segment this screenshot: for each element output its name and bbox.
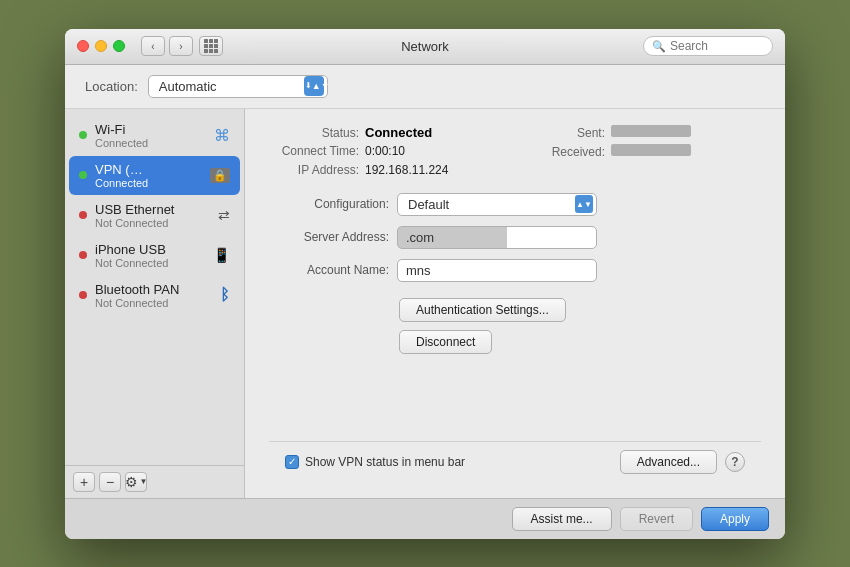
status-value: Connected <box>365 125 432 140</box>
add-network-button[interactable]: + <box>73 472 95 492</box>
server-address-row: Server Address: <box>269 226 761 249</box>
bottom-bar: ✓ Show VPN status in menu bar Advanced..… <box>269 441 761 482</box>
bottom-right: Advanced... ? <box>620 450 745 474</box>
sidebar-item-bluetooth[interactable]: Bluetooth PAN Not Connected ᛒ <box>69 276 240 315</box>
bt-status: Not Connected <box>95 297 214 309</box>
remove-network-button[interactable]: − <box>99 472 121 492</box>
bluetooth-icon: ᛒ <box>220 286 230 304</box>
status-label: Status: <box>269 126 359 140</box>
wifi-icon: ⌘ <box>214 126 230 145</box>
back-button[interactable]: ‹ <box>141 36 165 56</box>
wifi-status: Connected <box>95 137 208 149</box>
sidebar-item-wifi[interactable]: Wi-Fi Connected ⌘ <box>69 116 240 155</box>
gear-icon: ⚙ <box>125 474 138 490</box>
account-name-row: Account Name: <box>269 259 761 282</box>
sidebar-item-iphone-usb[interactable]: iPhone USB Not Connected 📱 <box>69 236 240 275</box>
location-select-wrap: Automatic ▲▼ <box>148 75 328 98</box>
bt-name: Bluetooth PAN <box>95 282 214 297</box>
config-form: Configuration: Default ▲▼ Server Address… <box>269 193 761 282</box>
vpn-status: Connected <box>95 177 204 189</box>
iphone-usb-text: iPhone USB Not Connected <box>95 242 207 269</box>
show-vpn-label: Show VPN status in menu bar <box>305 455 465 469</box>
auth-settings-button[interactable]: Authentication Settings... <box>399 298 566 322</box>
maximize-button[interactable] <box>113 40 125 52</box>
received-label: Received: <box>515 145 605 159</box>
gear-dropdown-arrow: ▼ <box>140 477 148 486</box>
iphone-usb-name: iPhone USB <box>95 242 207 257</box>
usb-ethernet-status: Not Connected <box>95 217 212 229</box>
network-window: ‹ › Network 🔍 Location: Automatic <box>65 29 785 539</box>
apply-button[interactable]: Apply <box>701 507 769 531</box>
sent-value <box>611 125 691 137</box>
assist-me-button[interactable]: Assist me... <box>512 507 612 531</box>
disconnect-button[interactable]: Disconnect <box>399 330 492 354</box>
search-box[interactable]: 🔍 <box>643 36 773 56</box>
titlebar: ‹ › Network 🔍 <box>65 29 785 65</box>
body: Wi-Fi Connected ⌘ VPN (… Connected 🔒 <box>65 109 785 498</box>
bt-indicator <box>79 291 87 299</box>
window-title: Network <box>401 39 449 54</box>
iphone-icon: 📱 <box>213 247 230 263</box>
wifi-name: Wi-Fi <box>95 122 208 137</box>
status-row: Status: Connected <box>269 125 515 140</box>
received-row: Received: <box>515 144 761 159</box>
iphone-usb-status: Not Connected <box>95 257 207 269</box>
account-name-input[interactable] <box>397 259 597 282</box>
usb-ethernet-text: USB Ethernet Not Connected <box>95 202 212 229</box>
usb-ethernet-name: USB Ethernet <box>95 202 212 217</box>
detail-info: Status: Connected Sent: Connect Time: 0:… <box>269 125 761 177</box>
ip-address-row: IP Address: 192.168.11.224 <box>269 163 515 177</box>
server-address-label: Server Address: <box>269 230 389 244</box>
location-select[interactable]: Automatic <box>148 75 328 98</box>
config-select-wrap: Default ▲▼ <box>397 193 597 216</box>
close-button[interactable] <box>77 40 89 52</box>
vpn-text: VPN (… Connected <box>95 162 204 189</box>
received-value <box>611 144 691 156</box>
grid-button[interactable] <box>199 36 223 56</box>
config-row: Configuration: Default ▲▼ <box>269 193 761 216</box>
search-input[interactable] <box>670 39 764 53</box>
server-address-input[interactable] <box>397 226 597 249</box>
usb-ethernet-indicator <box>79 211 87 219</box>
connect-time-label: Connect Time: <box>269 144 359 158</box>
sidebar: Wi-Fi Connected ⌘ VPN (… Connected 🔒 <box>65 109 245 498</box>
vpn-status-indicator <box>79 171 87 179</box>
sidebar-item-vpn[interactable]: VPN (… Connected 🔒 <box>69 156 240 195</box>
forward-button[interactable]: › <box>169 36 193 56</box>
show-vpn-checkbox[interactable]: ✓ <box>285 455 299 469</box>
advanced-button[interactable]: Advanced... <box>620 450 717 474</box>
traffic-lights <box>77 40 125 52</box>
config-label: Configuration: <box>269 197 389 211</box>
action-buttons: Authentication Settings... Disconnect <box>399 298 761 354</box>
bt-text: Bluetooth PAN Not Connected <box>95 282 214 309</box>
main-content: Location: Automatic ▲▼ Wi-F <box>65 65 785 539</box>
iphone-usb-indicator <box>79 251 87 259</box>
checkbox-row: ✓ Show VPN status in menu bar <box>285 455 610 469</box>
sidebar-toolbar: + − ⚙ ▼ <box>65 465 244 498</box>
location-label: Location: <box>85 79 138 94</box>
sidebar-item-usb-ethernet[interactable]: USB Ethernet Not Connected ⇄ <box>69 196 240 235</box>
gear-button[interactable]: ⚙ ▼ <box>125 472 147 492</box>
sent-row: Sent: <box>515 125 761 140</box>
account-name-label: Account Name: <box>269 263 389 277</box>
sidebar-list: Wi-Fi Connected ⌘ VPN (… Connected 🔒 <box>65 109 244 465</box>
vpn-lock-icon: 🔒 <box>210 168 230 183</box>
grid-icon <box>204 39 218 53</box>
location-bar: Location: Automatic ▲▼ <box>65 65 785 109</box>
wifi-text: Wi-Fi Connected <box>95 122 208 149</box>
revert-button[interactable]: Revert <box>620 507 693 531</box>
wifi-status-indicator <box>79 131 87 139</box>
nav-buttons: ‹ › <box>141 36 193 56</box>
sent-label: Sent: <box>515 126 605 140</box>
ip-address-label: IP Address: <box>269 163 359 177</box>
config-select[interactable]: Default <box>397 193 597 216</box>
usb-ethernet-icon: ⇄ <box>218 207 230 223</box>
ip-address-value: 192.168.11.224 <box>365 163 448 177</box>
minimize-button[interactable] <box>95 40 107 52</box>
search-icon: 🔍 <box>652 40 666 53</box>
connect-time-value: 0:00:10 <box>365 144 405 158</box>
spacer <box>269 354 761 441</box>
detail-panel: Status: Connected Sent: Connect Time: 0:… <box>245 109 785 498</box>
help-button[interactable]: ? <box>725 452 745 472</box>
footer: Assist me... Revert Apply <box>65 498 785 539</box>
